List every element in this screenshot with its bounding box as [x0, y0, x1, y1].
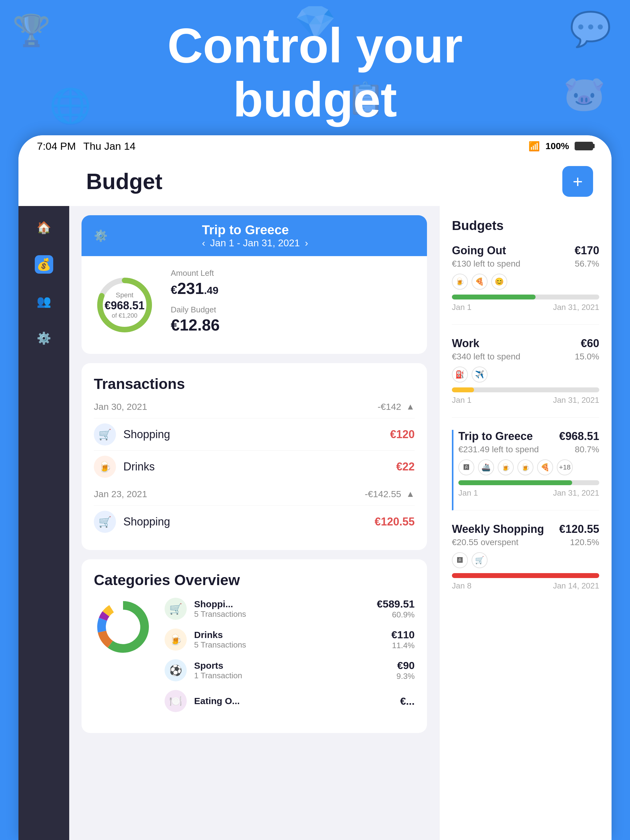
device-frame: 7:04 PM Thu Jan 14 📶 100% Budget + 🏠 💰 👥…	[19, 135, 611, 840]
trans-group-1-total: -€142	[378, 401, 401, 412]
work-name: Work	[452, 337, 479, 350]
trans-shopping2-name: Shopping	[123, 515, 375, 528]
cat-shopping-amount: €589.51	[377, 598, 415, 610]
prev-budget-btn[interactable]: ‹	[202, 237, 205, 249]
work-pct: 15.0%	[575, 352, 599, 362]
weekly-shopping-amount: €120.55	[559, 523, 599, 535]
transactions-card: Transactions Jan 30, 2021 -€142 ▲ 🛒 Shop…	[82, 363, 427, 550]
app-header: Budget +	[19, 157, 611, 206]
trip-date-start: Jan 1	[458, 488, 478, 498]
weekly-shopping-bar	[452, 573, 599, 578]
cat-list: 🛒 Shoppi... 5 Transactions €589.51 60.9%	[165, 598, 415, 721]
cat-item-drinks: 🍺 Drinks 5 Transactions €110 11.4%	[165, 628, 415, 651]
weekly-shopping-progress	[452, 573, 599, 578]
going-out-progress	[452, 295, 599, 300]
donut-label: Spent €968.51 of €1,200	[104, 291, 144, 319]
trans-drinks-name: Drinks	[123, 460, 396, 473]
trans-shopping-name: Shopping	[123, 428, 390, 441]
budget-item-work[interactable]: Work €60 €340 left to spend 15.0% ⛽ ✈️ J…	[452, 337, 599, 418]
filter-icon[interactable]: ⚙️	[94, 229, 108, 242]
trans-item-drinks[interactable]: 🍺 Drinks €22	[94, 450, 415, 483]
trans-item-shopping1[interactable]: 🛒 Shopping €120	[94, 418, 415, 450]
sidebar: 🏠 💰 👥 ⚙️	[19, 206, 69, 840]
trans-group-2-toggle[interactable]: ▲	[406, 489, 415, 499]
weekly-shopping-icons: 🅰 🛒	[452, 552, 599, 568]
budget-item-weekly-shopping[interactable]: Weekly Shopping €120.55 €20.55 overspent…	[452, 523, 599, 603]
cat-shopping-pct: 60.9%	[377, 610, 415, 619]
going-out-bar	[452, 295, 535, 300]
trip-name: Trip to Greece	[458, 430, 533, 443]
donut-chart: Spent €968.51 of €1,200	[94, 274, 155, 336]
budget-date-range: ‹ Jan 1 - Jan 31, 2021 ›	[202, 237, 308, 249]
work-icons: ⛽ ✈️	[452, 366, 599, 382]
trans-group-1-header: Jan 30, 2021 -€142 ▲	[94, 401, 415, 412]
trip-amount: €968.51	[559, 430, 599, 443]
trans-group-1-toggle[interactable]: ▲	[406, 402, 415, 412]
trip-date-end: Jan 31, 2021	[553, 488, 599, 498]
budget-stats: Amount Left €231.49 Daily Budget €12.86	[171, 268, 415, 342]
cat-donut-chart	[94, 598, 152, 656]
trans-group-2-header: Jan 23, 2021 -€142.55 ▲	[94, 489, 415, 499]
going-out-pct: 56.7%	[575, 259, 599, 269]
going-out-name: Going Out	[452, 244, 506, 257]
work-progress	[452, 387, 599, 392]
trip-progress	[458, 480, 599, 485]
trip-left: €231.49 left to spend	[458, 445, 539, 455]
going-out-icons: 🍺 🍕 😊	[452, 274, 599, 290]
cat-sports-pct: 9.3%	[397, 671, 415, 681]
cat-drinks-icon: 🍺	[165, 628, 187, 651]
cat-donut-container: 🛒 Shoppi... 5 Transactions €589.51 60.9%	[94, 598, 415, 721]
budget-summary: Spent €968.51 of €1,200 Amount Left €231…	[82, 256, 427, 354]
cat-sports-sub: 1 Transaction	[194, 671, 397, 681]
trans-shopping2-icon: 🛒	[94, 511, 116, 533]
trip-icon-4: 🍺	[518, 459, 533, 475]
next-budget-btn[interactable]: ›	[305, 237, 308, 249]
weekly-shopping-name: Weekly Shopping	[452, 523, 544, 535]
battery-icon	[575, 142, 593, 150]
right-panel: Budgets Going Out €170 €130 left to spen…	[439, 206, 611, 840]
going-out-icon-2: 🍕	[472, 274, 488, 290]
trip-icon-3: 🍺	[498, 459, 514, 475]
cat-shopping-name: Shoppi...	[194, 599, 377, 609]
budget-card-title: Trip to Greece	[202, 223, 308, 237]
page-title: Budget	[86, 169, 162, 194]
cat-sports-amount: €90	[397, 660, 415, 671]
left-panel: ⚙️ Trip to Greece ‹ Jan 1 - Jan 31, 2021…	[69, 206, 439, 840]
work-date-start: Jan 1	[452, 395, 472, 405]
cat-eating-amount: €...	[400, 695, 415, 707]
cat-sports-name: Sports	[194, 660, 397, 671]
budget-card-header: ⚙️ Trip to Greece ‹ Jan 1 - Jan 31, 2021…	[82, 215, 427, 256]
cat-drinks-pct: 11.4%	[391, 641, 415, 650]
trip-icon-2: 🚢	[478, 459, 494, 475]
status-date: Thu Jan 14	[83, 140, 136, 152]
weekly-shopping-pct: 120.5%	[570, 537, 599, 547]
cat-drinks-sub: 5 Transactions	[194, 640, 391, 650]
trans-shopping-icon: 🛒	[94, 423, 116, 445]
hero-text: Control your budget	[0, 19, 630, 127]
trans-group-2-date: Jan 23, 2021	[94, 489, 147, 499]
going-out-date-end: Jan 31, 2021	[553, 303, 599, 312]
add-button[interactable]: +	[562, 166, 593, 197]
budget-item-going-out[interactable]: Going Out €170 €130 left to spend 56.7% …	[452, 244, 599, 325]
trans-drinks-icon: 🍺	[94, 456, 116, 478]
trip-icon-1: 🅰	[458, 459, 474, 475]
sidebar-item-tools[interactable]: ⚙️	[35, 329, 53, 347]
status-bar: 7:04 PM Thu Jan 14 📶 100%	[19, 135, 611, 157]
cat-item-eating: 🍽️ Eating O... €...	[165, 690, 415, 712]
work-date-end: Jan 31, 2021	[553, 395, 599, 405]
cat-shopping-icon: 🛒	[165, 598, 187, 620]
budget-item-trip[interactable]: Trip to Greece €968.51 €231.49 left to s…	[452, 430, 599, 510]
trip-more-badge: +18	[557, 459, 573, 475]
sidebar-item-people[interactable]: 👥	[35, 292, 53, 311]
transactions-title: Transactions	[94, 376, 415, 392]
cat-eating-icon: 🍽️	[165, 690, 187, 712]
work-left: €340 left to spend	[452, 352, 521, 362]
categories-card: Categories Overview	[82, 559, 427, 733]
sidebar-item-home[interactable]: 🏠	[35, 218, 53, 237]
main-content: 🏠 💰 👥 ⚙️ ⚙️ Trip to Greece ‹ Jan 1 - Jan…	[19, 206, 611, 840]
sidebar-item-budget[interactable]: 💰	[35, 255, 53, 274]
trans-item-shopping2[interactable]: 🛒 Shopping €120.55	[94, 505, 415, 538]
trans-shopping-amount: €120	[390, 428, 415, 441]
categories-title: Categories Overview	[94, 572, 415, 589]
work-amount: €60	[581, 337, 599, 350]
